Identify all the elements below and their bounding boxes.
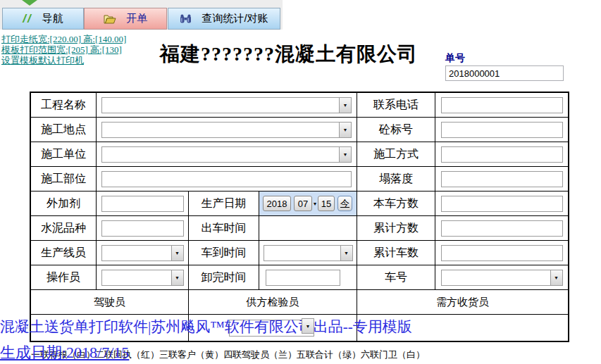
field-cell: ▼: [97, 118, 357, 142]
combo-dropdown-button[interactable]: ▼: [171, 246, 183, 261]
app-window: // 导航 开单 查询统计/对账 打印走纸宽:[220.00]: [0, 0, 601, 364]
field-cell: [435, 241, 568, 265]
tab-label: 查询统计/对账: [202, 12, 268, 25]
slump-input[interactable]: [441, 171, 563, 187]
unload-time-input[interactable]: [266, 270, 340, 286]
field-label: 联系电话: [357, 93, 435, 118]
dropdown-arrow-icon: ▼: [554, 275, 559, 280]
field-cell: ▼: [97, 265, 189, 290]
field-cell: ▼: [97, 93, 357, 118]
order-no-input[interactable]: [445, 65, 564, 81]
production-line-combobox[interactable]: ▼: [101, 245, 184, 261]
field-label: 水泥品种: [31, 216, 97, 241]
dropdown-arrow-icon: ▼: [343, 127, 348, 132]
construction-unit-combobox[interactable]: ▼: [101, 146, 352, 163]
field-label: 塌落度: [357, 167, 435, 192]
field-label: 出车时间: [189, 216, 259, 241]
dropdown-arrow-icon: ▼: [175, 251, 180, 256]
arrival-time-combobox[interactable]: ▼: [264, 245, 353, 261]
combo-value: [264, 246, 340, 261]
combo-value: [102, 246, 171, 261]
field-label: 生产线员: [31, 241, 97, 265]
combo-value: [442, 270, 550, 285]
contact-phone-input[interactable]: [441, 97, 563, 113]
site-location-combobox[interactable]: ▼: [101, 122, 352, 138]
tab-create-order[interactable]: 开单: [84, 8, 167, 30]
date-month-button[interactable]: 07: [294, 196, 312, 211]
generated-date-text: 生成日期:2018/7/15: [0, 342, 129, 363]
dropdown-arrow-icon: ▼: [343, 103, 348, 108]
company-title: 福建???????混凝土有限公司: [137, 41, 440, 68]
field-cell: ▼: [97, 241, 189, 265]
field-label: 本车方数: [357, 192, 435, 216]
field-cell: [435, 167, 568, 192]
driver-label: 驾驶员: [31, 290, 189, 315]
printer-links: 打印走纸宽:[220.00] 高:[140.00] 模板打印范围宽:[205] …: [1, 34, 126, 66]
field-label: 操作员: [31, 265, 97, 290]
field-label: 车号: [357, 265, 435, 290]
project-name-combobox[interactable]: ▼: [101, 97, 352, 113]
field-cell: [435, 118, 568, 142]
combo-dropdown-button[interactable]: ▼: [340, 246, 352, 261]
combo-value: [102, 270, 171, 285]
order-no-label: 单号: [445, 52, 465, 65]
field-cell: [97, 167, 357, 192]
combo-dropdown-button[interactable]: ▼: [550, 270, 562, 285]
date-day-button[interactable]: 15: [318, 196, 335, 211]
folder-open-icon: [104, 14, 116, 24]
concrete-grade-input[interactable]: [441, 122, 563, 138]
field-label: 施工方式: [357, 142, 435, 167]
dropdown-arrow-icon: ▼: [175, 275, 180, 280]
field-cell: [435, 192, 568, 216]
nav-slashes-icon: //: [23, 12, 32, 26]
combo-dropdown-button[interactable]: ▼: [339, 147, 351, 162]
combo-dropdown-button[interactable]: ▼: [339, 98, 351, 113]
field-label: 施工单位: [31, 142, 97, 167]
field-label: 累计车数: [357, 241, 435, 265]
truck-no-combobox[interactable]: ▼: [441, 270, 563, 286]
field-cell: [259, 265, 357, 290]
field-label: 生产日期: [189, 192, 259, 216]
field-cell: [435, 93, 568, 118]
print-paper-size-link[interactable]: 打印走纸宽:[220.00] 高:[140.00]: [1, 34, 126, 44]
template-print-range-link[interactable]: 模板打印范围宽:[205] 高:[130]: [1, 45, 126, 55]
branding-text: 混凝土送货单打印软件|苏州飚风™软件有限公司出品--专用模版: [0, 317, 412, 337]
field-cell: [97, 216, 189, 241]
date-year-button[interactable]: 2018: [263, 196, 291, 211]
operator-combobox[interactable]: ▼: [101, 270, 184, 286]
departure-time-cell: [259, 216, 357, 241]
supplier-inspector-label: 供方检验员: [189, 290, 357, 315]
binoculars-icon: [180, 14, 192, 23]
combo-dropdown-button[interactable]: ▼: [171, 270, 183, 285]
cement-type-input[interactable]: [101, 220, 184, 237]
tab-navigation[interactable]: // 导航: [2, 8, 84, 30]
field-label: 砼标号: [357, 118, 435, 142]
date-today-button[interactable]: 今: [337, 196, 352, 211]
combo-dropdown-button[interactable]: ▼: [302, 318, 314, 334]
combo-value: [102, 147, 339, 162]
combo-dropdown-button[interactable]: ▼: [339, 123, 351, 137]
field-label: 工程名称: [31, 93, 97, 118]
combo-value: [102, 98, 339, 113]
dropdown-arrow-icon: ▼: [306, 324, 311, 329]
cumulative-trucks-input[interactable]: [441, 245, 563, 261]
green-down-arrow-icon: [22, 0, 37, 6]
additive-input[interactable]: [101, 196, 184, 212]
construction-part-input[interactable]: [101, 171, 352, 187]
dropdown-arrow-icon: ▼: [344, 251, 349, 256]
truck-volume-input[interactable]: [441, 196, 563, 212]
field-label: 累计方数: [357, 216, 435, 241]
construction-method-input[interactable]: [441, 146, 563, 163]
field-cell: ▼: [97, 142, 357, 167]
field-label: 外加剂: [31, 192, 97, 216]
set-default-printer-link[interactable]: 设置模板默认打印机: [1, 56, 126, 65]
tab-label: 开单: [126, 12, 147, 25]
tab-query-stats[interactable]: 查询统计/对账: [168, 8, 280, 30]
field-label: 卸完时间: [189, 265, 259, 290]
delivery-form-table: 工程名称 ▼ 联系电话 施工地点 ▼ 砼标号 施工单位: [30, 92, 569, 342]
today-label: 今: [340, 197, 349, 210]
field-cell: [435, 216, 568, 241]
field-label: 施工地点: [31, 118, 97, 142]
cumulative-volume-input[interactable]: [441, 220, 563, 237]
field-cell: ▼: [259, 241, 357, 265]
